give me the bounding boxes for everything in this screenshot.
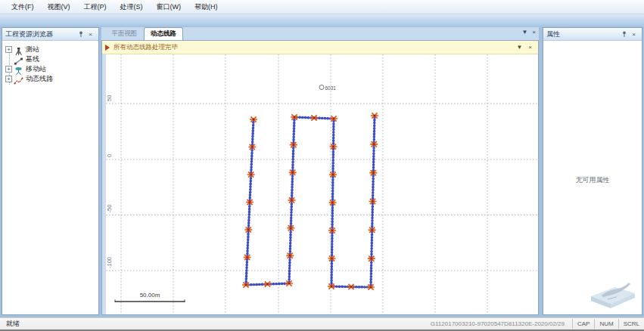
document-area: 平面视图 动态线路 ▼ × 所有动态线路处理完毕 ▼ × 500-50-1006… bbox=[101, 27, 539, 315]
message-bar: 所有动态线路处理完毕 ▼ × bbox=[102, 41, 538, 54]
project-explorer-header: 工程资源浏览器 × bbox=[2, 28, 98, 41]
close-icon[interactable]: × bbox=[629, 29, 639, 39]
pin-icon[interactable] bbox=[619, 29, 629, 39]
no-properties-text: 无可用属性 bbox=[543, 175, 642, 185]
num-lock-indicator[interactable]: NUM bbox=[594, 319, 618, 329]
kinematic-route-view: 所有动态线路处理完毕 ▼ × 500-50-100603150.00m bbox=[101, 40, 539, 315]
status-session-id: G112017003210-97020547D811320E-2020/02/2… bbox=[431, 320, 572, 327]
close-icon[interactable]: × bbox=[86, 29, 95, 39]
route-track[interactable] bbox=[246, 116, 375, 287]
tree-item-label: 移动站 bbox=[26, 64, 46, 74]
tree-item-label: 动态线路 bbox=[26, 74, 53, 84]
survey-point-marker[interactable] bbox=[319, 85, 324, 90]
pin-icon[interactable] bbox=[76, 29, 86, 39]
properties-title: 属性 bbox=[546, 29, 560, 39]
menu-view[interactable]: 视图(V) bbox=[41, 1, 77, 14]
expand-plus-icon[interactable]: + bbox=[5, 66, 12, 73]
expand-plus-icon[interactable]: + bbox=[5, 76, 12, 82]
scroll-lock-indicator[interactable]: SCRL bbox=[618, 319, 644, 329]
toolbar-strip bbox=[0, 14, 644, 26]
event-star-marker[interactable] bbox=[264, 281, 272, 286]
route-icon bbox=[14, 75, 23, 84]
event-star-marker[interactable] bbox=[347, 284, 355, 289]
tree-item-label: 基线 bbox=[26, 54, 39, 64]
status-bar: 就绪 G112017003210-97020547D811320E-2020/0… bbox=[0, 317, 644, 331]
resource-tree: + 测站 + 基线 + 移动站 + 动态线路 bbox=[2, 41, 98, 84]
y-axis-tick-label: 50 bbox=[106, 95, 113, 101]
tab-plan-view[interactable]: 平面视图 bbox=[105, 28, 143, 40]
expand-plus-icon[interactable]: + bbox=[5, 46, 12, 53]
tree-item-kinematic-routes[interactable]: + 动态线路 bbox=[5, 74, 98, 84]
plot-left-ruler-strip bbox=[102, 54, 106, 314]
route-plot: 500-50-100603150.00m bbox=[102, 54, 538, 314]
event-star-marker[interactable] bbox=[310, 115, 318, 120]
tree-item-baselines[interactable]: + 基线 bbox=[5, 54, 98, 64]
tree-item-stations[interactable]: + 测站 bbox=[5, 45, 98, 54]
menu-window[interactable]: 窗口(W) bbox=[150, 1, 188, 14]
route-plot-canvas[interactable]: 500-50-100603150.00m bbox=[102, 54, 538, 314]
tree-item-rovers[interactable]: + 移动站 bbox=[5, 64, 98, 74]
scale-bar-label: 50.00m bbox=[140, 292, 160, 299]
message-chevron-icon[interactable]: ▼ bbox=[516, 44, 522, 51]
y-axis-tick-label: -100 bbox=[106, 257, 113, 268]
menu-process[interactable]: 处理(S) bbox=[114, 1, 150, 14]
project-explorer-panel: 工程资源浏览器 × + 测站 + 基线 + 移动站 bbox=[2, 27, 99, 315]
properties-panel: 属性 × 无可用属性 bbox=[543, 27, 642, 315]
y-axis-tick-label: 0 bbox=[106, 154, 113, 157]
survey-point-label: 6031 bbox=[325, 85, 337, 91]
watermark-logo bbox=[585, 277, 639, 310]
tree-item-label: 测站 bbox=[26, 45, 39, 54]
caps-lock-indicator[interactable]: CAP bbox=[572, 319, 594, 329]
message-flag-icon bbox=[105, 45, 110, 51]
properties-header: 属性 × bbox=[543, 28, 642, 41]
message-close-icon[interactable]: × bbox=[528, 44, 532, 51]
tab-kinematic-route[interactable]: 动态线路 bbox=[144, 27, 183, 40]
status-ready-text: 就绪 bbox=[0, 319, 431, 329]
tab-list-chevron-icon[interactable]: ▼ bbox=[521, 29, 527, 36]
menu-bar: 文件(F) 视图(V) 工程(P) 处理(S) 窗口(W) 帮助(H) bbox=[0, 0, 644, 14]
message-text: 所有动态线路处理完毕 bbox=[114, 43, 516, 52]
route-track-base bbox=[246, 116, 375, 287]
y-axis-tick-label: -50 bbox=[106, 205, 113, 213]
menu-help[interactable]: 帮助(H) bbox=[188, 1, 225, 14]
tab-close-icon[interactable]: × bbox=[532, 29, 536, 36]
station-icon bbox=[14, 45, 23, 54]
rover-icon bbox=[14, 65, 23, 74]
document-tab-bar: 平面视图 动态线路 ▼ × bbox=[101, 27, 539, 40]
menu-file[interactable]: 文件(F) bbox=[5, 1, 41, 14]
baseline-icon bbox=[14, 55, 23, 64]
menu-project[interactable]: 工程(P) bbox=[77, 1, 114, 14]
project-explorer-title: 工程资源浏览器 bbox=[5, 29, 53, 39]
